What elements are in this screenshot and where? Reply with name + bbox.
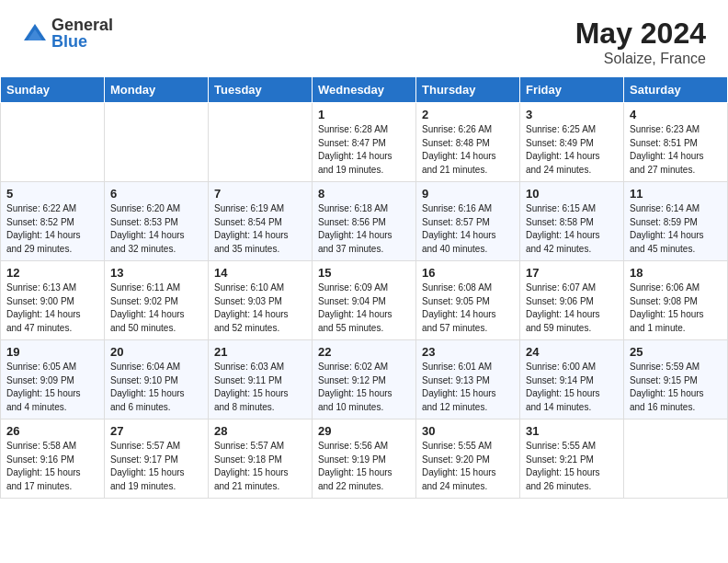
day-number: 10	[526, 187, 618, 201]
weekday-header-row: Sunday Monday Tuesday Wednesday Thursday…	[1, 77, 728, 103]
day-info: Sunrise: 5:57 AMSunset: 9:17 PMDaylight:…	[110, 440, 202, 493]
col-saturday: Saturday	[624, 77, 728, 103]
month-year: May 2024	[575, 17, 706, 51]
day-number: 26	[6, 424, 98, 438]
day-cell-0-4: 2Sunrise: 6:26 AMSunset: 8:48 PMDaylight…	[416, 103, 520, 182]
day-number: 28	[214, 424, 306, 438]
day-cell-2-0: 12Sunrise: 6:13 AMSunset: 9:00 PMDayligh…	[1, 261, 105, 340]
logo-blue-text: Blue	[51, 33, 113, 50]
col-friday: Friday	[520, 77, 624, 103]
day-info: Sunrise: 6:26 AMSunset: 8:48 PMDaylight:…	[422, 123, 514, 177]
day-number: 5	[6, 187, 98, 201]
day-cell-0-0	[1, 103, 105, 182]
week-row-4: 19Sunrise: 6:05 AMSunset: 9:09 PMDayligh…	[1, 340, 728, 419]
day-cell-2-2: 14Sunrise: 6:10 AMSunset: 9:03 PMDayligh…	[209, 261, 313, 340]
day-info: Sunrise: 5:59 AMSunset: 9:15 PMDaylight:…	[630, 361, 722, 414]
day-info: Sunrise: 5:56 AMSunset: 9:19 PMDaylight:…	[318, 440, 410, 493]
day-cell-2-1: 13Sunrise: 6:11 AMSunset: 9:02 PMDayligh…	[105, 261, 209, 340]
day-number: 21	[214, 345, 306, 359]
col-monday: Monday	[105, 77, 209, 103]
day-info: Sunrise: 6:20 AMSunset: 8:53 PMDaylight:…	[110, 202, 202, 256]
day-cell-0-1	[105, 103, 209, 182]
day-cell-2-6: 18Sunrise: 6:06 AMSunset: 9:08 PMDayligh…	[624, 261, 728, 340]
header: General Blue May 2024 Solaize, France	[0, 0, 728, 76]
day-number: 17	[526, 266, 618, 280]
day-number: 4	[630, 108, 722, 121]
day-number: 15	[318, 266, 410, 280]
day-number: 29	[318, 424, 410, 438]
day-number: 23	[422, 345, 514, 359]
title-block: May 2024 Solaize, France	[575, 17, 706, 67]
day-info: Sunrise: 5:55 AMSunset: 9:21 PMDaylight:…	[526, 440, 618, 493]
day-cell-3-3: 22Sunrise: 6:02 AMSunset: 9:12 PMDayligh…	[313, 340, 416, 419]
day-number: 9	[422, 187, 514, 201]
logo-general-text: General	[51, 17, 113, 33]
day-cell-1-1: 6Sunrise: 6:20 AMSunset: 8:53 PMDaylight…	[105, 182, 209, 261]
day-cell-4-1: 27Sunrise: 5:57 AMSunset: 9:17 PMDayligh…	[105, 419, 209, 499]
day-cell-3-2: 21Sunrise: 6:03 AMSunset: 9:11 PMDayligh…	[209, 340, 313, 419]
day-info: Sunrise: 6:00 AMSunset: 9:14 PMDaylight:…	[526, 361, 618, 414]
day-info: Sunrise: 6:18 AMSunset: 8:56 PMDaylight:…	[318, 202, 410, 256]
day-number: 1	[318, 108, 410, 121]
day-cell-3-1: 20Sunrise: 6:04 AMSunset: 9:10 PMDayligh…	[105, 340, 209, 419]
day-info: Sunrise: 6:23 AMSunset: 8:51 PMDaylight:…	[630, 123, 722, 177]
day-info: Sunrise: 6:04 AMSunset: 9:10 PMDaylight:…	[110, 361, 202, 414]
day-cell-3-5: 24Sunrise: 6:00 AMSunset: 9:14 PMDayligh…	[520, 340, 624, 419]
day-info: Sunrise: 6:09 AMSunset: 9:04 PMDaylight:…	[318, 282, 410, 335]
week-row-2: 5Sunrise: 6:22 AMSunset: 8:52 PMDaylight…	[1, 182, 728, 261]
day-number: 30	[422, 424, 514, 438]
day-cell-1-3: 8Sunrise: 6:18 AMSunset: 8:56 PMDaylight…	[313, 182, 416, 261]
day-number: 27	[110, 424, 202, 438]
day-info: Sunrise: 6:07 AMSunset: 9:06 PMDaylight:…	[526, 282, 618, 335]
day-cell-1-2: 7Sunrise: 6:19 AMSunset: 8:54 PMDaylight…	[209, 182, 313, 261]
day-info: Sunrise: 6:10 AMSunset: 9:03 PMDaylight:…	[214, 282, 306, 335]
day-cell-0-2	[209, 103, 313, 182]
logo-text: General Blue	[51, 17, 113, 50]
day-number: 8	[318, 187, 410, 201]
day-info: Sunrise: 6:05 AMSunset: 9:09 PMDaylight:…	[6, 361, 98, 414]
day-info: Sunrise: 6:28 AMSunset: 8:47 PMDaylight:…	[318, 123, 410, 177]
day-info: Sunrise: 6:06 AMSunset: 9:08 PMDaylight:…	[630, 282, 722, 335]
day-number: 20	[110, 345, 202, 359]
week-row-3: 12Sunrise: 6:13 AMSunset: 9:00 PMDayligh…	[1, 261, 728, 340]
day-number: 11	[630, 187, 722, 201]
day-cell-4-4: 30Sunrise: 5:55 AMSunset: 9:20 PMDayligh…	[416, 419, 520, 499]
day-cell-2-5: 17Sunrise: 6:07 AMSunset: 9:06 PMDayligh…	[520, 261, 624, 340]
day-cell-1-0: 5Sunrise: 6:22 AMSunset: 8:52 PMDaylight…	[1, 182, 105, 261]
col-thursday: Thursday	[416, 77, 520, 103]
col-sunday: Sunday	[1, 77, 105, 103]
day-number: 19	[6, 345, 98, 359]
logo-icon	[22, 20, 48, 46]
day-info: Sunrise: 5:57 AMSunset: 9:18 PMDaylight:…	[214, 440, 306, 493]
day-cell-3-4: 23Sunrise: 6:01 AMSunset: 9:13 PMDayligh…	[416, 340, 520, 419]
day-info: Sunrise: 6:03 AMSunset: 9:11 PMDaylight:…	[214, 361, 306, 414]
day-number: 3	[526, 108, 618, 121]
day-number: 6	[110, 187, 202, 201]
day-cell-4-0: 26Sunrise: 5:58 AMSunset: 9:16 PMDayligh…	[1, 419, 105, 499]
day-cell-0-5: 3Sunrise: 6:25 AMSunset: 8:49 PMDaylight…	[520, 103, 624, 182]
day-cell-0-3: 1Sunrise: 6:28 AMSunset: 8:47 PMDaylight…	[313, 103, 416, 182]
day-info: Sunrise: 6:14 AMSunset: 8:59 PMDaylight:…	[630, 202, 722, 256]
day-info: Sunrise: 6:02 AMSunset: 9:12 PMDaylight:…	[318, 361, 410, 414]
logo: General Blue	[22, 17, 113, 50]
day-number: 12	[6, 266, 98, 280]
day-info: Sunrise: 5:55 AMSunset: 9:20 PMDaylight:…	[422, 440, 514, 493]
day-info: Sunrise: 6:19 AMSunset: 8:54 PMDaylight:…	[214, 202, 306, 256]
day-number: 16	[422, 266, 514, 280]
col-wednesday: Wednesday	[313, 77, 416, 103]
col-tuesday: Tuesday	[209, 77, 313, 103]
day-number: 25	[630, 345, 722, 359]
day-number: 13	[110, 266, 202, 280]
day-info: Sunrise: 5:58 AMSunset: 9:16 PMDaylight:…	[6, 440, 98, 493]
day-number: 2	[422, 108, 514, 121]
day-info: Sunrise: 6:13 AMSunset: 9:00 PMDaylight:…	[6, 282, 98, 335]
day-cell-2-3: 15Sunrise: 6:09 AMSunset: 9:04 PMDayligh…	[313, 261, 416, 340]
day-cell-4-3: 29Sunrise: 5:56 AMSunset: 9:19 PMDayligh…	[313, 419, 416, 499]
day-cell-3-0: 19Sunrise: 6:05 AMSunset: 9:09 PMDayligh…	[1, 340, 105, 419]
day-number: 31	[526, 424, 618, 438]
week-row-1: 1Sunrise: 6:28 AMSunset: 8:47 PMDaylight…	[1, 103, 728, 182]
page: General Blue May 2024 Solaize, France Su…	[0, 0, 728, 563]
day-cell-1-4: 9Sunrise: 6:16 AMSunset: 8:57 PMDaylight…	[416, 182, 520, 261]
day-number: 7	[214, 187, 306, 201]
day-cell-3-6: 25Sunrise: 5:59 AMSunset: 9:15 PMDayligh…	[624, 340, 728, 419]
